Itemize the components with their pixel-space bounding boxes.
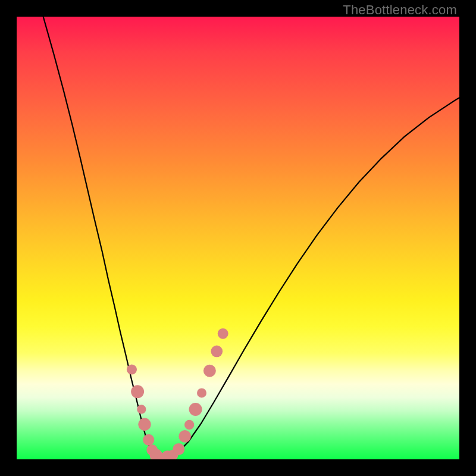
bead-marker	[211, 346, 223, 358]
chart-frame: TheBottleneck.com	[0, 0, 476, 476]
curve-layer	[17, 17, 459, 459]
marker-beads	[127, 328, 228, 459]
watermark-text: TheBottleneck.com	[343, 2, 457, 18]
plot-area	[17, 17, 459, 459]
bead-marker	[173, 443, 184, 455]
bead-marker	[178, 430, 191, 443]
bottleneck-curve-right	[163, 98, 459, 459]
bead-marker	[189, 403, 202, 416]
bead-marker	[131, 385, 144, 398]
bead-marker	[127, 364, 137, 374]
bead-marker	[197, 388, 206, 397]
bead-marker	[143, 434, 154, 446]
bead-marker	[203, 365, 216, 377]
bottleneck-curve-left	[43, 17, 163, 459]
bead-marker	[138, 418, 151, 431]
bead-marker	[218, 328, 228, 339]
bead-marker	[184, 420, 194, 430]
bead-marker	[137, 405, 146, 414]
